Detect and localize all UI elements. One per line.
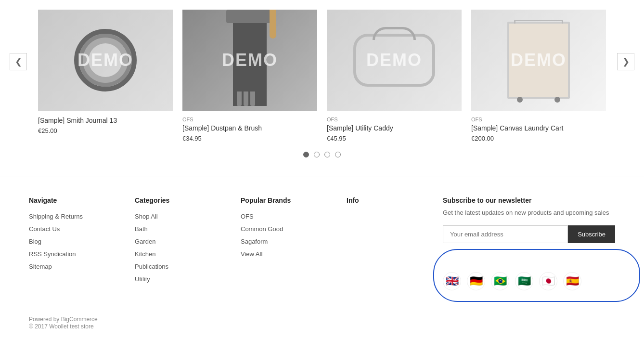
newsletter-heading: Subscribe to our newsletter bbox=[443, 196, 615, 204]
product-image-shape bbox=[353, 34, 435, 87]
product-card: DEMO OFS [Sample] Dustpan & Brush €34.95 bbox=[182, 10, 317, 142]
footer-link-blog[interactable]: Blog bbox=[29, 238, 41, 245]
list-item: Publications bbox=[135, 262, 231, 271]
newsletter-email-input[interactable] bbox=[443, 225, 568, 243]
flag-english[interactable]: 🇬🇧 bbox=[443, 272, 461, 290]
product-image[interactable]: DEMO bbox=[38, 10, 173, 111]
product-price: €45.95 bbox=[327, 135, 462, 142]
carousel-next-button[interactable]: ❯ bbox=[617, 53, 634, 70]
carousel-dot[interactable] bbox=[335, 152, 341, 157]
product-brand: OFS bbox=[327, 117, 462, 122]
list-item: Shop All bbox=[135, 212, 231, 221]
chevron-left-icon: ❮ bbox=[15, 56, 22, 67]
product-name[interactable]: [Sample] Utility Caddy bbox=[327, 124, 462, 132]
product-card: DEMO [Sample] Smith Journal 13 €25.00 bbox=[38, 10, 173, 142]
list-item: OFS bbox=[241, 212, 337, 221]
flag-brazilian[interactable]: 🇧🇷 bbox=[491, 272, 509, 290]
product-card: DEMO OFS [Sample] Canvas Laundry Cart €2… bbox=[471, 10, 606, 142]
list-item: Blog bbox=[29, 237, 125, 246]
footer-categories-col: Categories Shop All Bath Garden Kitchen … bbox=[135, 196, 231, 290]
product-price: €34.95 bbox=[182, 135, 317, 142]
powered-by-link[interactable]: Powered by BigCommerce bbox=[29, 316, 98, 323]
list-item: Sagaform bbox=[241, 237, 337, 246]
footer-link-shop-all[interactable]: Shop All bbox=[135, 213, 158, 220]
product-brand: OFS bbox=[182, 117, 317, 122]
product-name[interactable]: [Sample] Smith Journal 13 bbox=[38, 117, 173, 124]
footer-link-rss[interactable]: RSS Syndication bbox=[29, 250, 76, 258]
list-item: Utility bbox=[135, 274, 231, 283]
list-item: Common Good bbox=[241, 224, 337, 233]
flag-spanish[interactable]: 🇪🇸 bbox=[563, 272, 581, 290]
footer-info-col: Info bbox=[347, 196, 433, 290]
product-brand: OFS bbox=[471, 117, 606, 122]
footer-link-kitchen[interactable]: Kitchen bbox=[135, 250, 155, 258]
newsletter-form: Subscribe bbox=[443, 225, 615, 243]
product-price: €200.00 bbox=[471, 135, 606, 142]
carousel-dot[interactable] bbox=[303, 152, 309, 157]
list-item: Sitemap bbox=[29, 262, 125, 271]
product-card: DEMO OFS [Sample] Utility Caddy €45.95 bbox=[327, 10, 462, 142]
footer-categories-list: Shop All Bath Garden Kitchen Publication… bbox=[135, 212, 231, 283]
footer-navigate-heading: Navigate bbox=[29, 196, 125, 204]
product-price: €25.00 bbox=[38, 127, 173, 134]
footer-link-contact[interactable]: Contact Us bbox=[29, 225, 60, 233]
footer-grid: Navigate Shipping & Returns Contact Us B… bbox=[29, 196, 615, 290]
newsletter-description: Get the latest updates on new products a… bbox=[443, 208, 615, 218]
product-carousel: ❮ DEMO [Sample] Smith Journal 13 €25.00 bbox=[0, 0, 644, 177]
footer-brands-list: OFS Common Good Sagaform View All bbox=[241, 212, 337, 258]
product-image-shape bbox=[74, 29, 137, 91]
flags-container: 🇬🇧 🇩🇪 🇧🇷 🇸🇦 🇯🇵 🇪🇸 bbox=[443, 258, 581, 290]
carousel-prev-button[interactable]: ❮ bbox=[10, 53, 27, 70]
footer-categories-heading: Categories bbox=[135, 196, 231, 204]
footer-link-shipping[interactable]: Shipping & Returns bbox=[29, 213, 83, 220]
flags-row: 🇬🇧 🇩🇪 🇧🇷 🇸🇦 🇯🇵 🇪🇸 bbox=[443, 272, 581, 290]
footer-bottom: Powered by BigCommerce © 2017 Woollet te… bbox=[0, 305, 644, 335]
chevron-right-icon: ❯ bbox=[622, 56, 630, 67]
product-image[interactable]: DEMO bbox=[182, 10, 317, 111]
flag-arabic[interactable]: 🇸🇦 bbox=[515, 272, 533, 290]
footer-link-sitemap[interactable]: Sitemap bbox=[29, 263, 52, 270]
copyright-text: © 2017 Woollet test store bbox=[29, 323, 615, 330]
footer-link-publications[interactable]: Publications bbox=[135, 263, 168, 270]
products-row: DEMO [Sample] Smith Journal 13 €25.00 DE… bbox=[29, 10, 615, 142]
footer-link-view-all[interactable]: View All bbox=[241, 250, 262, 258]
list-item: View All bbox=[241, 249, 337, 258]
list-item: Kitchen bbox=[135, 249, 231, 258]
footer-link-common-good[interactable]: Common Good bbox=[241, 225, 283, 233]
footer-link-ofs[interactable]: OFS bbox=[241, 213, 254, 220]
flag-japanese[interactable]: 🇯🇵 bbox=[539, 272, 557, 290]
footer-link-utility[interactable]: Utility bbox=[135, 275, 150, 283]
list-item: Bath bbox=[135, 224, 231, 233]
newsletter-subscribe-button[interactable]: Subscribe bbox=[568, 225, 615, 243]
footer-link-bath[interactable]: Bath bbox=[135, 225, 148, 233]
list-item: Contact Us bbox=[29, 224, 125, 233]
product-name[interactable]: [Sample] Dustpan & Brush bbox=[182, 124, 317, 132]
carousel-dot[interactable] bbox=[324, 152, 330, 157]
product-name[interactable]: [Sample] Canvas Laundry Cart bbox=[471, 124, 606, 132]
footer-info-heading: Info bbox=[347, 196, 433, 204]
list-item: Shipping & Returns bbox=[29, 212, 125, 221]
product-image[interactable]: DEMO bbox=[471, 10, 606, 111]
product-image[interactable]: DEMO bbox=[327, 10, 462, 111]
footer-navigate-col: Navigate Shipping & Returns Contact Us B… bbox=[29, 196, 125, 290]
footer-newsletter-col: Subscribe to our newsletter Get the late… bbox=[443, 196, 615, 290]
footer-link-garden[interactable]: Garden bbox=[135, 238, 155, 245]
footer-navigate-list: Shipping & Returns Contact Us Blog RSS S… bbox=[29, 212, 125, 271]
footer-brands-col: Popular Brands OFS Common Good Sagaform … bbox=[241, 196, 337, 290]
list-item: RSS Syndication bbox=[29, 249, 125, 258]
flag-german[interactable]: 🇩🇪 bbox=[467, 272, 485, 290]
carousel-dot[interactable] bbox=[314, 152, 320, 157]
carousel-dots bbox=[29, 152, 615, 167]
footer-brands-heading: Popular Brands bbox=[241, 196, 337, 204]
list-item: Garden bbox=[135, 237, 231, 246]
footer-link-sagaform[interactable]: Sagaform bbox=[241, 238, 268, 245]
footer: Navigate Shipping & Returns Contact Us B… bbox=[0, 177, 644, 305]
